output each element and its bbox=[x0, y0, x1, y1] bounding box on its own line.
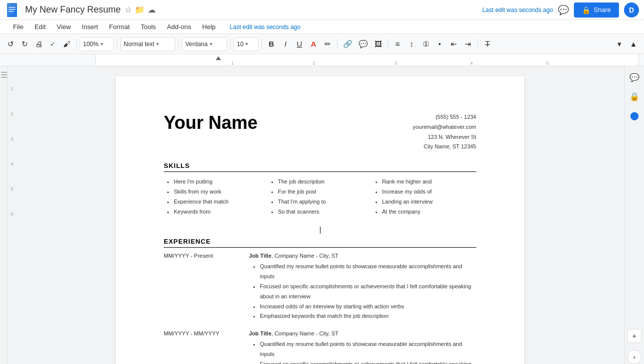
text-color-button[interactable]: A bbox=[307, 37, 320, 51]
job-bullet: Quantified my resume bullet points to sh… bbox=[260, 339, 476, 359]
job-bullet: Focused on specific accomplishments or a… bbox=[260, 282, 476, 302]
toolbar-divider-6 bbox=[337, 39, 338, 49]
size-select[interactable]: 10 ▾ bbox=[233, 37, 258, 51]
title-right-actions: Last edit was seconds ago 💬 🔒 Share D bbox=[482, 3, 639, 18]
title-icons: ☆ 📁 ☁ bbox=[125, 5, 156, 15]
zoom-select[interactable]: 100% ▾ bbox=[80, 37, 114, 51]
spellcheck-button[interactable]: ✓ bbox=[46, 37, 59, 51]
italic-button[interactable]: I bbox=[279, 37, 292, 51]
font-value: Verdana bbox=[185, 41, 208, 48]
job-bullets-1: Quantified my resume bullet points to sh… bbox=[249, 262, 476, 321]
left-panel: ☰ bbox=[0, 66, 8, 364]
skill-list-3: Rank me higher and Increase my odds of L… bbox=[372, 177, 476, 217]
bold-button[interactable]: B bbox=[265, 37, 278, 51]
menu-format[interactable]: Format bbox=[104, 21, 135, 33]
comment-btn[interactable]: 💬 bbox=[558, 5, 569, 16]
numlist-button[interactable]: ① bbox=[419, 37, 432, 51]
ruler-mark-5: 5 bbox=[546, 61, 549, 66]
ruler: 1 2 3 4 5 bbox=[0, 54, 644, 66]
avatar[interactable]: D bbox=[624, 3, 639, 18]
contact-email: youremail@whatever.com bbox=[413, 122, 476, 132]
toolbar-divider-8 bbox=[477, 39, 478, 49]
resume-name[interactable]: Your Name bbox=[164, 112, 257, 133]
style-select[interactable]: Normal text ▾ bbox=[120, 37, 175, 51]
skills-section: SKILLS Here I'm putting Skills from my w… bbox=[164, 162, 476, 217]
line-numbers: 1 2 3 4 5 6 bbox=[8, 66, 16, 364]
skill-item: Experience that match bbox=[174, 197, 268, 207]
line-5: 5 bbox=[11, 187, 13, 192]
job-bullets-2: Quantified my resume bullet points to sh… bbox=[249, 339, 476, 364]
menu-tools[interactable]: Tools bbox=[136, 21, 161, 33]
ruler-tab[interactable] bbox=[216, 56, 221, 60]
skill-item: For the job post bbox=[278, 187, 372, 197]
star-icon[interactable]: ☆ bbox=[125, 5, 132, 15]
svg-rect-2 bbox=[9, 7, 16, 8]
cursor-area bbox=[164, 227, 476, 234]
skill-list-1: Here I'm putting Skills from my work Exp… bbox=[164, 177, 268, 217]
scroll-right-btn[interactable]: › bbox=[627, 350, 641, 364]
job-row-1: MM/YYYY - Present Job Title, Company Nam… bbox=[164, 253, 476, 321]
menu-view[interactable]: View bbox=[52, 21, 76, 33]
last-edit-menu: Last edit was seconds ago bbox=[230, 24, 300, 31]
undo-button[interactable]: ↺ bbox=[4, 37, 17, 51]
link-button[interactable]: 🔗 bbox=[341, 37, 355, 51]
ruler-mark-2: 2 bbox=[313, 61, 315, 66]
menu-file[interactable]: File bbox=[8, 21, 29, 33]
skill-item: Keywords from bbox=[174, 207, 268, 217]
line-2: 2 bbox=[11, 111, 13, 116]
folder-icon[interactable]: 📁 bbox=[135, 5, 145, 15]
main-area: ☰ 1 2 3 4 5 6 Your Name (555) 555 - 1234… bbox=[0, 66, 644, 364]
toolbar-divider-2 bbox=[117, 39, 117, 49]
job-bullet: Focused on specific accomplishments or a… bbox=[260, 359, 476, 364]
title-bar: My New Fancy Resume ☆ 📁 ☁ Last edit was … bbox=[0, 0, 644, 20]
toolbar-divider-1 bbox=[76, 39, 77, 49]
job-title-1: Job Title, Company Name - City, ST bbox=[249, 253, 476, 259]
skill-item: Here I'm putting bbox=[174, 177, 268, 187]
job-date-1: MM/YYYY - Present bbox=[164, 253, 244, 321]
highlight-button[interactable]: ✏ bbox=[321, 37, 334, 51]
menu-help[interactable]: Help bbox=[197, 21, 221, 33]
right-circle-icon[interactable]: ⬤ bbox=[627, 108, 641, 122]
skill-item: Rank me higher and bbox=[382, 177, 476, 187]
skill-col-3: Rank me higher and Increase my odds of L… bbox=[372, 177, 476, 217]
skill-list-2: The job description For the job post Tha… bbox=[268, 177, 372, 217]
skill-item: So that scanners bbox=[278, 207, 372, 217]
clear-format-button[interactable]: T̶ bbox=[481, 37, 494, 51]
cloud-icon[interactable]: ☁ bbox=[148, 5, 156, 15]
toolbar-divider-4 bbox=[230, 39, 230, 49]
doc-title[interactable]: My New Fancy Resume bbox=[25, 5, 121, 15]
skill-item: Skills from my work bbox=[174, 187, 268, 197]
job-title-2: Job Title, Company Name - City, ST bbox=[249, 330, 476, 336]
outline-icon[interactable]: ☰ bbox=[1, 70, 8, 80]
add-page-btn[interactable]: + bbox=[627, 329, 641, 343]
job-row-2: MM/YYYY - MM/YYYY Job Title, Company Nam… bbox=[164, 330, 476, 364]
right-lock-icon[interactable]: 🔒 bbox=[627, 89, 641, 103]
bulllist-button[interactable]: • bbox=[433, 37, 446, 51]
ruler-mark-3: 3 bbox=[394, 61, 397, 66]
indent-dec-button[interactable]: ⇤ bbox=[447, 37, 460, 51]
doc-scroll[interactable]: Your Name (555) 555 - 1234 youremail@wha… bbox=[16, 66, 624, 364]
style-value: Normal text bbox=[124, 41, 154, 48]
align-button[interactable]: ≡ bbox=[391, 37, 404, 51]
text-cursor bbox=[320, 227, 320, 234]
paint-button[interactable]: 🖌 bbox=[60, 37, 73, 51]
image-button[interactable]: 🖼 bbox=[372, 37, 385, 51]
menu-insert[interactable]: Insert bbox=[77, 21, 103, 33]
highlight-icon: ✏ bbox=[325, 40, 331, 49]
font-select[interactable]: Verdana ▾ bbox=[182, 37, 227, 51]
menu-addons[interactable]: Add-ons bbox=[162, 21, 196, 33]
collapse-button[interactable]: ▲ bbox=[627, 37, 640, 51]
linespace-button[interactable]: ↕ bbox=[405, 37, 418, 51]
resume-header: Your Name (555) 555 - 1234 youremail@wha… bbox=[164, 112, 476, 152]
more-button[interactable]: ▾ bbox=[613, 37, 626, 51]
redo-button[interactable]: ↻ bbox=[18, 37, 31, 51]
skills-title: SKILLS bbox=[164, 162, 476, 172]
job-content-1: Job Title, Company Name - City, ST Quant… bbox=[249, 253, 476, 321]
menu-edit[interactable]: Edit bbox=[30, 21, 51, 33]
underline-button[interactable]: U bbox=[293, 37, 306, 51]
right-comment-icon[interactable]: 💬 bbox=[627, 70, 641, 84]
comment-button[interactable]: 💬 bbox=[356, 37, 371, 51]
share-button[interactable]: 🔒 Share bbox=[574, 3, 619, 18]
indent-inc-button[interactable]: ⇥ bbox=[461, 37, 474, 51]
print-button[interactable]: 🖨 bbox=[32, 37, 45, 51]
